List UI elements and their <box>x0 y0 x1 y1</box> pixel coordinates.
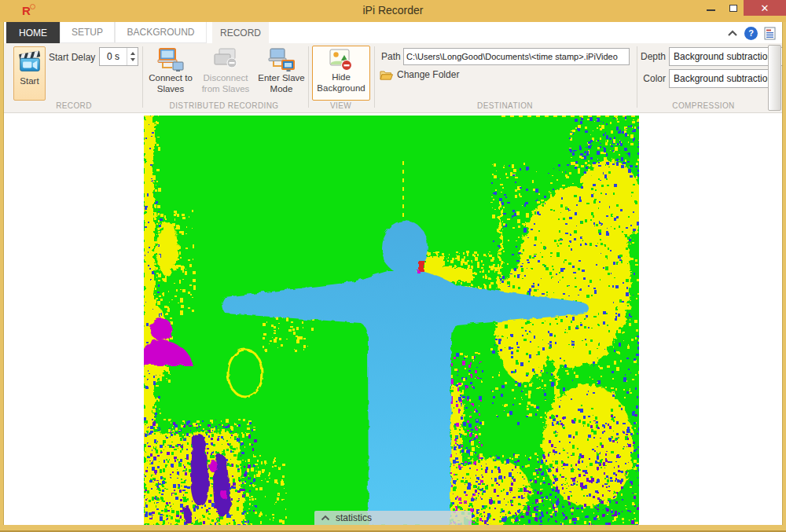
app-window: R iPi Recorder ✕ HOME SETUP BACKGROUND R… <box>0 0 786 532</box>
help-icon[interactable]: ? <box>744 27 758 40</box>
statistics-expander[interactable]: statistics <box>314 511 472 525</box>
clapperboard-icon <box>18 50 42 74</box>
window-title: iPi Recorder <box>0 4 786 17</box>
disconnect-from-slaves-button[interactable]: Disconnect from Slaves <box>196 46 255 102</box>
minimize-button[interactable] <box>698 0 723 16</box>
enter-slave-icon <box>267 47 296 72</box>
hide-background-icon <box>329 48 353 72</box>
ribbon-tab-row: HOME SETUP BACKGROUND RECORD ? <box>4 22 782 43</box>
color-compression-select[interactable]: Background subtraction <box>669 69 777 88</box>
color-label: Color <box>636 73 666 84</box>
folder-icon <box>380 69 393 80</box>
minimize-icon <box>707 9 715 11</box>
connect-slaves-label: Connect to Slaves <box>147 72 194 95</box>
group-distributed-label: DISTRIBUTED RECORDING <box>141 101 307 110</box>
collapse-ribbon-icon[interactable] <box>727 30 738 37</box>
group-view: Hide Background VIEW <box>307 43 374 112</box>
group-record: Start Start Delay 0 s RECORD <box>6 43 141 112</box>
close-button[interactable]: ✕ <box>744 0 786 16</box>
maximize-icon <box>729 5 737 12</box>
start-button-label: Start <box>20 76 39 86</box>
hide-background-label: Hide Background <box>313 72 369 94</box>
disconnect-slaves-icon <box>211 47 240 72</box>
disconnect-slaves-label: Disconnect from Slaves <box>196 72 255 95</box>
group-compression: Depth Background subtraction Color Backg… <box>636 43 771 112</box>
window-border-right <box>782 22 786 525</box>
ribbon: Start Start Delay 0 s RECORD <box>4 43 782 113</box>
enter-slave-mode-button[interactable]: Enter Slave Mode <box>257 46 306 102</box>
depth-label: Depth <box>636 51 666 62</box>
group-compression-label: COMPRESSION <box>636 101 771 110</box>
start-delay-stepper[interactable]: 0 s <box>99 47 138 66</box>
depth-camera-view <box>144 116 639 525</box>
depth-compression-value: Background subtraction <box>674 51 773 62</box>
path-label: Path <box>381 51 401 62</box>
hide-background-toggle[interactable]: Hide Background <box>312 46 370 101</box>
statistics-label: statistics <box>336 512 372 523</box>
chevron-up-icon <box>321 515 330 521</box>
start-delay-label: Start Delay <box>49 52 95 63</box>
tab-record[interactable]: RECORD <box>212 22 269 43</box>
color-compression-value: Background subtraction <box>674 73 773 84</box>
spinner-up-icon[interactable] <box>130 52 135 55</box>
ribbon-scroll-button[interactable] <box>768 45 781 111</box>
group-destination: Path Change Folder DESTINATION <box>373 43 637 112</box>
window-border-left <box>0 22 4 525</box>
spinner-down-icon[interactable] <box>130 58 135 61</box>
enter-slave-label: Enter Slave Mode <box>257 72 306 95</box>
tab-background[interactable]: BACKGROUND <box>115 22 207 43</box>
group-distributed-recording: Connect to Slaves Disconnect from Slaves <box>141 43 307 112</box>
change-folder-label: Change Folder <box>397 69 459 80</box>
tab-home[interactable]: HOME <box>6 22 60 43</box>
change-folder-button[interactable]: Change Folder <box>380 69 459 80</box>
path-input[interactable] <box>403 48 630 65</box>
connect-to-slaves-button[interactable]: Connect to Slaves <box>147 46 194 102</box>
maximize-button[interactable] <box>723 0 744 16</box>
group-record-label: RECORD <box>6 101 141 110</box>
start-delay-value: 0 s <box>100 48 127 65</box>
group-destination-label: DESTINATION <box>373 101 637 110</box>
title-bar: R iPi Recorder ✕ <box>0 0 786 22</box>
window-border-bottom <box>0 525 786 532</box>
tab-setup[interactable]: SETUP <box>60 22 115 43</box>
group-view-label: VIEW <box>307 101 374 110</box>
connect-slaves-icon <box>156 47 185 72</box>
start-record-button[interactable]: Start <box>13 46 46 101</box>
log-icon[interactable] <box>764 27 776 40</box>
